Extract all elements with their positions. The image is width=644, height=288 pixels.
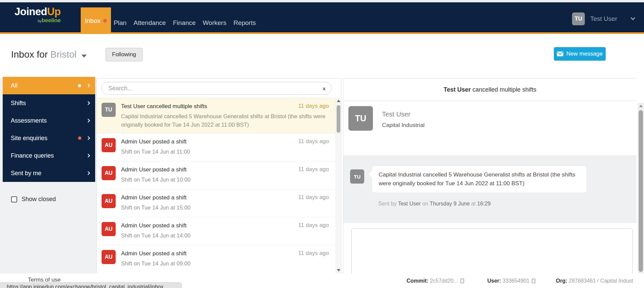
message-title: Admin User posted a shift [121,250,299,257]
avatar: AU [102,250,116,264]
message-subtitle: Shift on Tue 14 Jun at 14:00 [121,231,336,239]
avatar: TU [102,103,116,117]
org-status: Org: 287683461 / Capital Indust [556,278,633,284]
tab-attendance[interactable]: Attendance [134,19,166,27]
copy-icon[interactable] [532,279,535,283]
message-detail-panel: Test User cancelled multiple shifts TU T… [343,78,637,274]
chevron-right-icon [86,84,90,87]
list-scrollbar[interactable] [336,98,341,274]
search-pill: x [101,82,332,95]
detail-scrollbar[interactable] [638,103,644,274]
show-closed-toggle[interactable]: Show closed [11,196,56,203]
nav-menu: Plan Attendance Finance Workers Reports [114,19,256,27]
sidebar-item-label: Sent by me [11,170,41,177]
avatar: TU [572,12,585,25]
caret-down-icon[interactable] [81,55,87,58]
following-button-label: Following [112,51,136,58]
chevron-right-icon [86,154,90,157]
message-bubble: Capital Industrial cancelled 5 Warehouse… [372,165,587,193]
avatar: AU [102,222,116,236]
list-item[interactable]: AU Admin User posted a shift Shift on Tu… [97,245,341,273]
sidebar-item-site-enquiries[interactable]: Site enquiries [3,129,95,147]
tab-inbox[interactable]: Inbox [81,7,111,34]
show-closed-checkbox[interactable] [11,196,17,202]
message-timestamp: 11 days ago [298,250,329,257]
tab-finance[interactable]: Finance [173,19,196,27]
unread-dot-icon [78,136,81,140]
message-subtitle: Capital Industrial cancelled 5 Warehouse… [121,112,336,129]
message-timestamp: 11 days ago [298,194,329,201]
message-timestamp: 11 days ago [298,166,329,173]
show-closed-label: Show closed [22,196,56,203]
sidebar-item-shifts[interactable]: Shifts [3,94,95,112]
page-title-prefix: Inbox for [11,49,48,60]
footer-bar: Terms of use Commit: 2c57dd20... User: 3… [0,274,644,288]
message-subtitle: Shift on Tue 14 Jun at 10:00 [121,175,336,184]
link-url-tooltip: https://app.joinedup.com/exchange/bristo… [0,282,182,288]
new-message-button[interactable]: New message [554,47,606,61]
tab-inbox-label: Inbox [85,17,100,25]
list-item[interactable]: AU Admin User posted a shift Shift on Tu… [97,133,341,161]
site-selector[interactable]: Bristol [50,49,77,60]
list-item[interactable]: AU Admin User posted a shift Shift on Tu… [97,189,341,217]
chevron-right-icon [86,171,90,175]
avatar: TU [350,169,364,184]
tab-workers[interactable]: Workers [203,19,226,27]
message-subtitle: Shift on Tue 14 Jun at 09:00 [121,259,336,267]
joinedup-logo[interactable]: JoinedUp bybeeline [14,6,61,23]
sidebar-item-label: Finance queries [11,152,54,159]
detail-title-rest: cancelled multiple shifts [472,86,536,93]
sidebar-item-sent-by-me[interactable]: Sent by me [3,164,95,182]
clear-search-icon[interactable]: x [323,86,326,91]
sidebar-item-finance-queries[interactable]: Finance queries [3,147,95,164]
chevron-down-icon [631,15,635,20]
search-input[interactable] [102,82,331,94]
unread-dot-icon [78,84,81,87]
message-title: Admin User posted a shift [121,194,299,201]
scroll-down-icon[interactable] [337,269,340,271]
sidebar-item-label: Site enquiries [11,135,47,142]
search-area: x [97,78,341,98]
scrollbar-thumb[interactable] [639,110,643,272]
avatar: AU [102,194,116,208]
scroll-up-icon[interactable] [337,100,340,102]
sidebar-item-label: Assessments [11,117,47,124]
sidebar-item-assessments[interactable]: Assessments [3,112,95,129]
message-title: Test User cancelled multiple shifts [121,103,299,110]
avatar: AU [102,138,116,152]
detail-title: Test User cancelled multiple shifts [343,78,637,101]
top-nav: JoinedUp bybeeline Inbox Plan Attendance… [0,2,644,34]
message-timestamp: 11 days ago [298,103,329,109]
beeline-logo: bybeeline [14,18,61,23]
user-name: Test User [590,15,617,23]
sidebar-item-label: Shifts [11,100,26,107]
conversation-area: TU Capital Industrial cancelled 5 Wareho… [343,156,637,223]
scroll-up-icon[interactable] [639,105,643,107]
message-subtitle: Shift on Tue 14 Jun at 11:00 [121,148,336,156]
message-subtitle: Shift on Tue 14 Jun at 15:00 [121,203,336,212]
new-message-label: New message [566,51,603,57]
list-item[interactable]: AU Admin User posted a shift Shift on Tu… [97,217,341,245]
following-button[interactable]: Following [106,48,143,61]
scrollbar-thumb[interactable] [337,105,340,133]
list-item[interactable]: AU Admin User posted a shift Shift on Tu… [97,161,341,189]
message-title: Admin User posted a shift [121,166,299,173]
unread-dot-icon [103,19,107,23]
browser-edge-strip [0,0,644,2]
user-status: User: 333654901 [487,278,535,284]
message-title: Admin User posted a shift [121,138,299,145]
avatar: AU [102,166,116,180]
sidebar-item-label: All [11,82,17,89]
tab-plan[interactable]: Plan [114,19,126,27]
tab-reports[interactable]: Reports [233,19,256,27]
page-title: Inbox for Bristol [11,49,87,60]
list-item[interactable]: TU Test User cancelled multiple shifts C… [97,98,341,133]
message-sent-info: Sent by Test User on Thursday 9 June at … [378,201,491,207]
user-menu[interactable]: TU Test User [572,12,635,25]
sidebar-item-all[interactable]: All [3,77,95,94]
profile-company: Capital Industrial [382,122,425,129]
copy-icon[interactable] [460,279,464,283]
chevron-right-icon [86,101,90,105]
reply-textarea[interactable] [351,228,633,274]
message-timestamp: 11 days ago [298,138,329,145]
